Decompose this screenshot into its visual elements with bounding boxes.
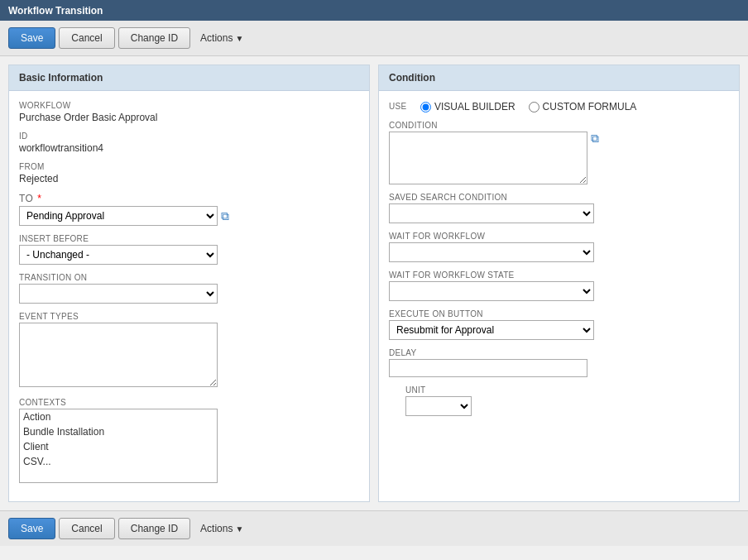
bottom-actions-label: Actions	[200, 523, 233, 534]
unit-label: UNIT	[405, 385, 729, 395]
to-field: TO * Pending Approval Approved Rejected …	[19, 193, 359, 226]
list-item: Client	[20, 439, 217, 454]
contexts-label: CONTEXTS	[19, 398, 359, 407]
wait-for-workflow-field: WAIT FOR WORKFLOW	[389, 232, 729, 262]
use-label: USE	[389, 102, 414, 111]
condition-panel: Condition USE VISUAL BUILDER CUSTOM FORM…	[378, 65, 740, 502]
condition-body: USE VISUAL BUILDER CUSTOM FORMULA CONDIT…	[379, 91, 739, 434]
use-row: USE VISUAL BUILDER CUSTOM FORMULA	[389, 101, 729, 112]
custom-formula-radio[interactable]	[529, 102, 539, 112]
transition-on-select[interactable]	[19, 284, 218, 304]
condition-external-link-icon[interactable]: ⧉	[591, 132, 599, 146]
list-item: CSV...	[20, 454, 217, 469]
actions-button[interactable]: Actions ▼	[194, 28, 250, 48]
actions-arrow-icon: ▼	[235, 34, 243, 43]
condition-field: CONDITION ⧉	[389, 121, 729, 184]
custom-formula-label: CUSTOM FORMULA	[543, 101, 637, 112]
unit-select[interactable]	[405, 396, 472, 416]
delay-input[interactable]	[389, 359, 587, 377]
basic-info-body: WORKFLOW Purchase Order Basic Approval I…	[9, 91, 369, 501]
bottom-save-button[interactable]: Save	[8, 518, 55, 539]
saved-search-select[interactable]	[389, 203, 594, 223]
workflow-field: WORKFLOW Purchase Order Basic Approval	[19, 101, 359, 123]
bottom-change-id-button[interactable]: Change ID	[118, 518, 190, 539]
event-types-textarea[interactable]	[19, 323, 218, 387]
main-content: Basic Information WORKFLOW Purchase Orde…	[0, 56, 748, 510]
id-value: workflowtransition4	[19, 142, 359, 154]
contexts-field: CONTEXTS Action Bundle Installation Clie…	[19, 398, 359, 483]
bottom-cancel-button[interactable]: Cancel	[59, 518, 114, 539]
basic-info-header: Basic Information	[9, 65, 369, 91]
list-item: Action	[20, 409, 217, 424]
title-bar: Workflow Transition	[0, 0, 748, 21]
id-label: ID	[19, 132, 359, 141]
condition-header: Condition	[379, 65, 739, 91]
transition-on-field: TRANSITION ON	[19, 273, 359, 304]
delay-label: DELAY	[389, 348, 729, 357]
cancel-button[interactable]: Cancel	[59, 27, 114, 49]
basic-info-panel: Basic Information WORKFLOW Purchase Orde…	[8, 65, 370, 502]
visual-builder-radio-label[interactable]: VISUAL BUILDER	[420, 101, 515, 112]
id-field: ID workflowtransition4	[19, 132, 359, 154]
from-label: FROM	[19, 162, 359, 171]
save-button[interactable]: Save	[8, 27, 55, 49]
event-types-label: EVENT TYPES	[19, 312, 359, 321]
visual-builder-radio[interactable]	[420, 102, 431, 112]
wait-for-workflow-label: WAIT FOR WORKFLOW	[389, 232, 729, 241]
saved-search-field: SAVED SEARCH CONDITION	[389, 193, 729, 223]
transition-on-select-wrap	[19, 284, 359, 304]
workflow-label: WORKFLOW	[19, 101, 359, 110]
to-external-link-icon[interactable]: ⧉	[221, 209, 229, 223]
to-required: *	[37, 193, 41, 204]
bottom-actions-arrow-icon: ▼	[235, 524, 243, 534]
unit-field: UNIT	[389, 385, 729, 416]
execute-on-button-field: EXECUTE ON BUTTON Resubmit for Approval	[389, 309, 729, 340]
change-id-button[interactable]: Change ID	[118, 27, 190, 49]
radio-group: VISUAL BUILDER CUSTOM FORMULA	[420, 101, 636, 112]
unit-inner: UNIT	[389, 385, 729, 416]
wait-for-workflow-state-select[interactable]	[389, 281, 594, 301]
wait-for-workflow-state-field: WAIT FOR WORKFLOW STATE	[389, 270, 729, 301]
actions-label: Actions	[200, 32, 233, 44]
to-select-wrap: Pending Approval Approved Rejected ⧉	[19, 206, 359, 226]
event-types-field: EVENT TYPES	[19, 312, 359, 390]
from-value: Rejected	[19, 173, 359, 184]
from-field: FROM Rejected	[19, 162, 359, 184]
execute-on-button-label: EXECUTE ON BUTTON	[389, 309, 729, 318]
insert-before-label: INSERT BEFORE	[19, 234, 359, 243]
bottom-toolbar: Save Cancel Change ID Actions ▼	[0, 510, 748, 546]
wait-for-workflow-state-label: WAIT FOR WORKFLOW STATE	[389, 270, 729, 280]
workflow-value: Purchase Order Basic Approval	[19, 112, 359, 123]
bottom-actions-button[interactable]: Actions ▼	[194, 519, 250, 538]
list-item: Bundle Installation	[20, 424, 217, 439]
custom-formula-radio-label[interactable]: CUSTOM FORMULA	[529, 101, 637, 112]
to-select[interactable]: Pending Approval Approved Rejected	[19, 206, 218, 226]
insert-before-field: INSERT BEFORE - Unchanged -	[19, 234, 359, 265]
saved-search-label: SAVED SEARCH CONDITION	[389, 193, 729, 202]
insert-before-select-wrap: - Unchanged -	[19, 245, 359, 265]
contexts-wrap: Action Bundle Installation Client CSV...	[19, 409, 359, 483]
transition-on-label: TRANSITION ON	[19, 273, 359, 282]
insert-before-select[interactable]: - Unchanged -	[19, 245, 218, 265]
delay-field: DELAY	[389, 348, 729, 377]
wait-for-workflow-select[interactable]	[389, 242, 594, 262]
visual-builder-label: VISUAL BUILDER	[434, 101, 515, 112]
contexts-listbox[interactable]: Action Bundle Installation Client CSV...	[19, 409, 218, 483]
page-title: Workflow Transition	[8, 5, 103, 17]
to-label: TO *	[19, 193, 359, 204]
top-toolbar: Save Cancel Change ID Actions ▼	[0, 21, 748, 56]
condition-label: CONDITION	[389, 121, 729, 130]
condition-textarea[interactable]	[389, 132, 587, 184]
execute-on-button-select[interactable]: Resubmit for Approval	[389, 320, 594, 340]
condition-textarea-wrap: ⧉	[389, 132, 729, 184]
